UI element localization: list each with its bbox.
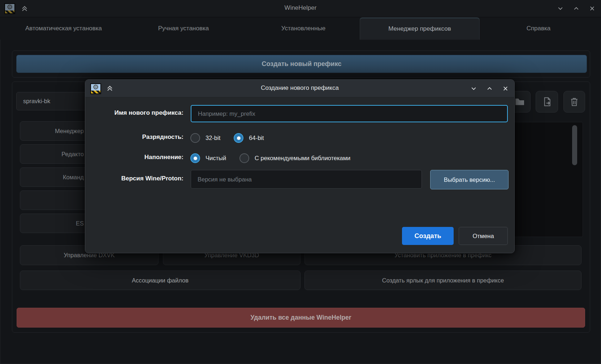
bitness-radio-group: 32-bit 64-bit bbox=[190, 133, 264, 143]
fill-radio-group: Чистый С рекомендуемыми библиотеками bbox=[190, 153, 350, 163]
prefix-name-input[interactable] bbox=[191, 105, 508, 122]
radio-recommended-libs[interactable] bbox=[239, 153, 249, 163]
tab-bar: Автоматическая установка Ручная установк… bbox=[0, 17, 601, 40]
maximize-icon[interactable] bbox=[487, 85, 493, 92]
delete-all-data-button[interactable]: Удалить все данные WineHelper bbox=[17, 308, 585, 328]
winehelper-app: ⚙ WineHelper Автоматическая установка Ру… bbox=[0, 0, 601, 364]
prefix-name-label: Имя нового префикса: bbox=[85, 109, 183, 117]
cancel-button[interactable]: Отмена bbox=[459, 227, 508, 245]
dialog-body: Имя нового префикса: Разрядность: 32-bit… bbox=[85, 97, 514, 253]
create-new-prefix-button[interactable]: Создать новый префикс bbox=[16, 55, 587, 73]
main-window-controls bbox=[557, 5, 595, 12]
export-file-button[interactable] bbox=[536, 91, 558, 113]
dialog-titlebar: ⚙ Создание нового префикса bbox=[85, 80, 514, 97]
file-associations-button[interactable]: Ассоциации файлов bbox=[20, 271, 300, 290]
manager-button-label: Менеджер bbox=[55, 128, 84, 135]
esync-button-label: ES bbox=[76, 220, 84, 227]
file-export-icon bbox=[541, 96, 552, 107]
create-shortcut-button[interactable]: Создать ярлык для приложения в префиксе bbox=[304, 271, 581, 290]
command-button-label: Команд bbox=[63, 174, 84, 181]
tab-auto-install[interactable]: Автоматическая установка bbox=[4, 17, 124, 40]
scrollbar-thumb[interactable] bbox=[572, 125, 577, 165]
folder-icon bbox=[514, 96, 526, 108]
delete-prefix-button[interactable] bbox=[563, 91, 585, 113]
dialog-title: Создание нового префикса bbox=[85, 84, 514, 92]
radio-clean[interactable] bbox=[190, 153, 200, 163]
radio-32bit[interactable] bbox=[190, 133, 200, 143]
tab-prefix-manager[interactable]: Менеджер префиксов bbox=[360, 17, 480, 40]
version-input[interactable] bbox=[191, 170, 422, 189]
tab-manual-install[interactable]: Ручная установка bbox=[124, 17, 243, 40]
radio-64bit-label[interactable]: 64-bit bbox=[249, 135, 264, 141]
trash-icon bbox=[569, 96, 580, 107]
radio-32bit-label[interactable]: 32-bit bbox=[206, 135, 220, 141]
bitness-label: Разрядность: bbox=[85, 133, 183, 141]
radio-recommended-libs-label[interactable]: С рекомендуемыми библиотеками bbox=[255, 155, 350, 162]
minimize-icon[interactable] bbox=[471, 85, 477, 92]
editor-button-label: Редакто bbox=[61, 151, 84, 158]
window-title: WineHelper bbox=[0, 4, 601, 12]
prefix-select-value: spravki-bk bbox=[23, 98, 50, 105]
close-icon[interactable] bbox=[589, 5, 595, 12]
radio-clean-label[interactable]: Чистый bbox=[206, 155, 226, 162]
main-titlebar: ⚙ WineHelper bbox=[0, 0, 601, 17]
minimize-icon[interactable] bbox=[557, 5, 563, 12]
create-button[interactable]: Создать bbox=[402, 227, 454, 245]
close-icon[interactable] bbox=[502, 85, 509, 92]
version-label: Версия Wine/Proton: bbox=[85, 175, 183, 182]
tab-help[interactable]: Справка bbox=[480, 17, 597, 40]
choose-version-button[interactable]: Выбрать версию... bbox=[430, 170, 509, 189]
create-prefix-dialog: ⚙ Создание нового префикса Имя нового пр… bbox=[85, 79, 515, 253]
maximize-icon[interactable] bbox=[573, 5, 579, 12]
fill-label: Наполнение: bbox=[85, 154, 183, 161]
radio-64bit[interactable] bbox=[234, 133, 243, 143]
dialog-window-controls bbox=[471, 85, 509, 92]
tab-installed[interactable]: Установленные bbox=[243, 17, 363, 40]
